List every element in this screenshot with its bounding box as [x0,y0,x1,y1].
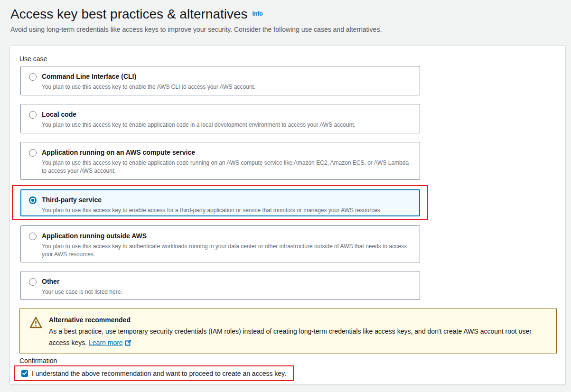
usecase-option-third-party-text: Third-party service You plan to use this… [42,196,382,215]
radio-button-compute-service[interactable] [29,149,37,157]
learn-more-link[interactable]: Learn more [89,339,123,346]
page-title: Access key best practices & alternatives… [10,7,263,22]
radio-button-other[interactable] [29,278,37,286]
alert-content: Alternative recommended As a best practi… [49,315,548,349]
usecase-option-title: Local code [42,110,356,119]
usecase-option-description: You plan to use this access key to authe… [42,243,412,259]
usecase-option-other[interactable]: Other Your use case is not listed here. [20,271,420,300]
usecase-option-third-party[interactable]: Third-party service You plan to use this… [20,189,420,216]
external-link-icon [125,340,131,347]
alert-text: As a best practice, use temporary securi… [49,326,548,349]
usecase-option-compute-service-text: Application running on an AWS compute se… [42,148,412,175]
usecase-option-description: You plan to use this access key to enabl… [42,83,255,91]
confirmation-label: Confirmation [19,357,57,364]
usecase-option-title: Command Line Interface (CLI) [42,72,255,81]
usecase-option-description: You plan to use this access key to enabl… [42,121,356,129]
usecase-option-description: You plan to use this access key to enabl… [42,206,382,215]
usecase-option-title: Other [42,277,122,286]
radio-button-cli[interactable] [29,73,37,81]
usecase-option-compute-service[interactable]: Application running on an AWS compute se… [20,142,420,180]
warning-triangle-icon [29,317,42,330]
radio-button-local-code[interactable] [29,111,37,119]
usecase-option-cli[interactable]: Command Line Interface (CLI) You plan to… [20,66,420,95]
usecase-option-cli-text: Command Line Interface (CLI) You plan to… [42,72,255,91]
use-case-label: Use case [19,55,47,63]
info-link[interactable]: Info [253,10,263,17]
radio-button-third-party[interactable] [29,196,37,204]
usecase-option-local-code-text: Local code You plan to use this access k… [42,110,356,129]
page-title-text: Access key best practices & alternatives [10,7,248,21]
usecase-option-outside-aws[interactable]: Application running outside AWS You plan… [20,225,420,262]
confirmation-checkbox-row[interactable]: I understand the above recommendation an… [14,365,294,381]
usecase-option-other-text: Other Your use case is not listed here. [42,277,122,296]
usecase-option-title: Application running outside AWS [42,232,412,241]
page-subtitle: Avoid using long-term credentials like a… [10,26,382,33]
radio-button-outside-aws[interactable] [29,233,37,240]
use-case-panel: Use case Command Line Interface (CLI) Yo… [9,45,566,385]
confirmation-checkbox-label[interactable]: I understand the above recommendation an… [32,370,286,377]
usecase-option-description: You plan to use this access key to enabl… [42,159,412,175]
page: Access key best practices & alternatives… [0,0,571,392]
usecase-option-local-code[interactable]: Local code You plan to use this access k… [20,104,420,133]
usecase-option-description: Your use case is not listed here. [42,288,122,296]
usecase-option-title: Application running on an AWS compute se… [42,148,412,157]
confirmation-checkbox[interactable] [21,370,28,377]
alert-title: Alternative recommended [49,315,548,325]
usecase-option-outside-aws-text: Application running outside AWS You plan… [42,232,412,259]
alternative-recommended-alert: Alternative recommended As a best practi… [19,308,557,354]
usecase-option-title: Third-party service [42,196,382,205]
